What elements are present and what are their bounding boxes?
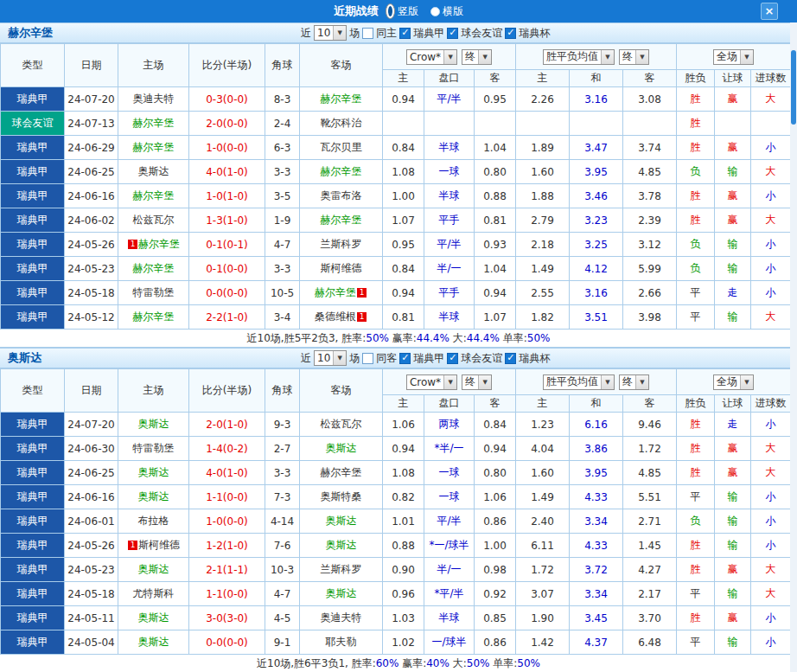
match-count-select[interactable]: 10▼: [314, 25, 347, 41]
vertical-scrollbar[interactable]: [790, 22, 797, 672]
team-link[interactable]: 奥迪夫特: [321, 611, 362, 624]
match-type: 瑞典甲: [1, 485, 65, 509]
league3-checkbox[interactable]: [505, 353, 516, 364]
league1-checkbox[interactable]: [399, 28, 411, 39]
goals-result-cell: 小: [751, 630, 791, 655]
team-link[interactable]: 赫尔辛堡: [321, 214, 362, 226]
result-cell: 胜: [677, 461, 715, 485]
team-link[interactable]: 松兹瓦尔: [321, 418, 362, 430]
team-link[interactable]: 特雷勒堡: [133, 286, 175, 298]
league3-label: 瑞典杯: [519, 351, 550, 366]
avg-draw: 3.51: [570, 305, 623, 330]
corner-count: 4-7: [265, 233, 300, 257]
col-date: 日期: [65, 369, 118, 413]
goals-result-cell: 大: [751, 461, 791, 485]
handicap-result-cell: [715, 112, 751, 136]
summary-line: 近10场,胜5平2负3, 胜率:50% 赢率:44.4% 大:44.4% 单率:…: [0, 330, 797, 348]
period-value: 全场: [714, 374, 740, 389]
avg-time-select[interactable]: 终▼: [619, 49, 649, 65]
team-link[interactable]: 斯柯维德: [321, 262, 362, 274]
match-count-select[interactable]: 10▼: [314, 350, 347, 366]
odds-handicap: 一球: [424, 160, 475, 184]
same-venue-checkbox[interactable]: [362, 353, 373, 364]
period-select[interactable]: 全场▼: [713, 374, 754, 390]
avg-type-select[interactable]: 胜平负均值▼: [543, 374, 615, 390]
team-link[interactable]: 赫尔辛堡: [321, 93, 362, 105]
col-date: 日期: [65, 44, 118, 87]
avg-away: 3.78: [623, 184, 677, 208]
goals-result-cell: 大: [751, 208, 791, 233]
match-row: 瑞典甲24-06-25奥斯达4-0(1-0)3-3赫尔辛堡1.08一球0.801…: [1, 461, 791, 485]
team-link[interactable]: 赫尔辛堡: [321, 466, 362, 478]
match-score: 1-0(0-0): [189, 136, 265, 160]
team-link[interactable]: 赫尔辛堡: [315, 286, 356, 298]
avg-type-select[interactable]: 胜平负均值▼: [543, 49, 615, 65]
team-link[interactable]: 奥斯特桑: [321, 490, 362, 502]
match-row: 瑞典甲24-06-25奥斯达4-0(1-0)3-3赫尔辛堡1.08一球0.801…: [1, 160, 791, 184]
titlebar: 近期战绩 竖版 横版 ×: [0, 0, 797, 22]
league3-checkbox[interactable]: [505, 28, 516, 39]
league2-checkbox[interactable]: [447, 353, 458, 364]
odds-handicap: 平手: [424, 281, 475, 305]
col-goals: 进球数: [751, 70, 791, 87]
team-link[interactable]: 赫尔辛堡: [133, 189, 175, 202]
team-link[interactable]: 奥斯达: [138, 636, 169, 648]
result-cell: 胜: [677, 534, 715, 558]
corner-count: 8-3: [265, 87, 300, 112]
team-link[interactable]: 斯柯维德: [138, 539, 180, 551]
match-score: 0-0(0-0): [189, 630, 265, 655]
team-link[interactable]: 松兹瓦尔: [133, 214, 175, 226]
close-button[interactable]: ×: [761, 3, 778, 20]
league1-checkbox[interactable]: [399, 353, 411, 364]
team-link[interactable]: 赫尔辛堡: [133, 117, 175, 129]
league2-checkbox[interactable]: [447, 28, 458, 39]
radio-horizontal-layout[interactable]: 横版: [430, 4, 463, 19]
team-link[interactable]: 奥迪夫特: [133, 93, 175, 105]
team-link[interactable]: 奥斯达: [138, 563, 169, 575]
away-team: 奥斯达: [300, 509, 383, 534]
team-link[interactable]: 赫尔辛堡: [133, 141, 175, 153]
team-link[interactable]: 瓦尔贝里: [321, 141, 362, 153]
avg-time-value: 终: [620, 374, 635, 389]
team-link[interactable]: 布拉格: [138, 515, 169, 527]
team-link[interactable]: 奥斯达: [138, 418, 169, 430]
same-venue-checkbox[interactable]: [362, 28, 373, 39]
scrollbar-thumb[interactable]: [791, 50, 796, 125]
avg-home: 1.90: [516, 606, 570, 630]
team-link[interactable]: 兰斯科罗: [321, 238, 362, 250]
team-link[interactable]: 赫尔辛堡: [133, 310, 175, 323]
team-link[interactable]: 奥斯达: [138, 611, 169, 624]
team-link[interactable]: 奥斯达: [326, 442, 357, 454]
col-avg-draw: 和: [570, 395, 623, 413]
team-link[interactable]: 奥雷布洛: [321, 189, 362, 202]
team-link[interactable]: 奥斯达: [138, 490, 169, 502]
avg-time-select[interactable]: 终▼: [619, 374, 649, 390]
odds-time-select[interactable]: 终▼: [462, 49, 492, 65]
team-link[interactable]: 奥斯达: [326, 587, 357, 599]
radio-vertical-layout[interactable]: 竖版: [386, 3, 418, 19]
team-link[interactable]: 赫尔辛堡: [321, 165, 362, 177]
team-link[interactable]: 尤特斯科: [133, 587, 175, 599]
handicap-result-cell: 输: [715, 630, 751, 655]
odds-time-select[interactable]: 终▼: [462, 374, 492, 390]
avg-home: 1.49: [516, 485, 570, 509]
summary-segment: 赢率:: [398, 656, 426, 671]
team-link[interactable]: 赫尔辛堡: [138, 238, 180, 250]
team-link[interactable]: 耶夫勒: [326, 636, 357, 648]
team-link[interactable]: 奥斯达: [326, 515, 357, 527]
match-type: 瑞典甲: [1, 630, 65, 655]
period-select[interactable]: 全场▼: [713, 49, 754, 65]
odds-handicap: 半球: [424, 136, 475, 160]
team-link[interactable]: 奥斯达: [138, 165, 169, 177]
team-link[interactable]: 奥斯达: [138, 466, 169, 478]
chevron-down-icon: ▼: [635, 50, 648, 64]
team-link[interactable]: 赫尔辛堡: [133, 262, 175, 274]
team-link[interactable]: 兰斯科罗: [321, 563, 362, 575]
odds-home: 0.81: [383, 305, 424, 330]
team-link[interactable]: 奥斯达: [326, 539, 357, 551]
odds-company-select[interactable]: Crow*▼: [406, 374, 457, 390]
team-link[interactable]: 特雷勒堡: [133, 442, 175, 454]
odds-company-select[interactable]: Crow*▼: [406, 49, 457, 65]
team-link[interactable]: 桑德维根: [315, 310, 356, 323]
team-link[interactable]: 靴尔科治: [321, 117, 362, 129]
